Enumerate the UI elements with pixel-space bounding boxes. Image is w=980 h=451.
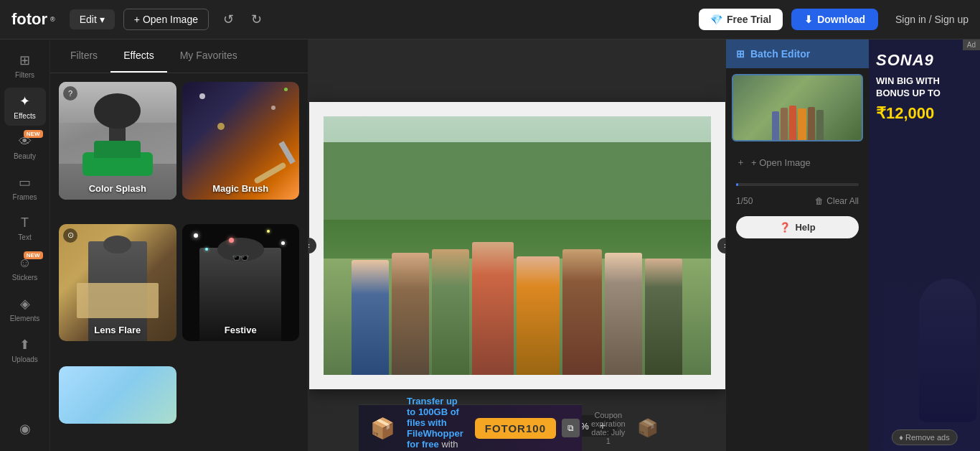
info-icon2: ⊙	[63, 228, 77, 243]
ad-content: SONA9 WIN BIG WITH BONUS UP TO ₹12,000	[869, 39, 980, 130]
sidebar-item-label: Elements	[10, 315, 40, 322]
ad-banner-icon: 📦	[370, 417, 395, 440]
sidebar-item-filters[interactable]: ⊞ Filters	[4, 47, 46, 85]
effect-label: Color Splash	[59, 183, 176, 194]
ad-banner-text: Transfer up to 100GB of files with FileW…	[407, 396, 463, 451]
sidebar-item-beauty[interactable]: NEW 👁 Beauty	[4, 129, 46, 166]
sidebar-item-elements[interactable]: ◈ Elements	[4, 290, 46, 328]
sidebar-item-effects[interactable]: ✦ Effects	[4, 88, 46, 126]
effect-label: Magic Brush	[182, 183, 300, 194]
progress-fraction: 1/50	[736, 196, 753, 206]
ad-right-decoration: 📦	[637, 418, 659, 438]
effects-icon: ✦	[19, 93, 30, 109]
sidebar-item-label: Beauty	[14, 152, 36, 160]
new-badge: NEW	[24, 130, 43, 138]
ad-copy-button[interactable]: ⧉	[562, 419, 580, 437]
canvas-wrapper	[309, 102, 725, 389]
sona-logo: SONA9	[876, 51, 973, 70]
trash-icon: 🗑	[815, 196, 824, 206]
sidebar-item-text[interactable]: T Text	[4, 210, 46, 247]
info-icon: ?	[63, 86, 77, 101]
tab-my-favorites[interactable]: My Favorites	[167, 39, 250, 73]
help-icon: ❓	[779, 222, 791, 233]
free-trial-button[interactable]: 💎 Free Trial	[699, 9, 783, 30]
ad-title-highlight: Transfer up to 100GB of files with	[407, 396, 459, 428]
progress-bar-fill	[736, 183, 738, 186]
filters-icon: ⊞	[19, 52, 30, 68]
sona-tagline: WIN BIG WITH BONUS UP TO	[876, 75, 973, 100]
batch-editor-button[interactable]: ⊞ Batch Editor	[726, 39, 869, 68]
icon-sidebar: ⊞ Filters ✦ Effects NEW 👁 Beauty ▭ Frame…	[0, 39, 50, 451]
frames-icon: ▭	[19, 175, 31, 190]
tab-effects[interactable]: Effects	[110, 39, 167, 73]
remove-ads-button[interactable]: ♦ Remove ads	[891, 429, 957, 445]
new-badge-stickers: NEW	[24, 251, 43, 259]
thumbnail-image	[733, 75, 862, 140]
uploads-icon: ⬆	[19, 337, 30, 353]
help-button[interactable]: ❓ Help	[736, 216, 859, 238]
logo-text: fotor	[11, 10, 47, 29]
sidebar-item-label: Frames	[13, 193, 37, 201]
sidebar-item-label: Effects	[14, 112, 35, 120]
effect-lens-flare[interactable]: ⊙ Lens Flare	[59, 224, 176, 342]
progress-bar-container	[726, 177, 869, 192]
sidebar-item-account[interactable]: ◉	[4, 415, 46, 444]
sidebar-item-label: Text	[18, 233, 31, 241]
topbar: fotor ® Edit ▾ + Open Image ↺ ↻ 💎 Free T…	[0, 0, 980, 39]
add-image-button[interactable]: ＋ + Open Image	[726, 147, 869, 177]
ad-banner: 📦 Transfer up to 100GB of files with Fil…	[359, 404, 582, 451]
app-logo: fotor ®	[11, 10, 55, 29]
right-ad-panel: Ad SONA9 WIN BIG WITH BONUS UP TO ₹12,00…	[869, 39, 980, 451]
panel-image-thumbnail[interactable]	[732, 74, 863, 141]
canvas-image	[324, 116, 711, 375]
sidebar-item-frames[interactable]: ▭ Frames	[4, 169, 46, 207]
text-icon: T	[21, 215, 29, 231]
effects-grid: ? Color Splash Magic Brush	[50, 73, 308, 451]
plus-icon: ＋	[736, 156, 745, 169]
effect-partial[interactable]	[59, 366, 176, 424]
undo-button[interactable]: ↺	[217, 9, 240, 30]
ad-expiry-label: Coupon expiration date: July 1	[591, 411, 626, 445]
open-image-button[interactable]: + Open Image	[123, 9, 209, 30]
effect-festive[interactable]: 🕶️ Festive	[182, 224, 300, 342]
account-icon: ◉	[19, 421, 31, 437]
effects-panel: Filters Effects My Favorites	[50, 39, 308, 451]
sidebar-item-label: Stickers	[12, 274, 38, 282]
elements-icon: ◈	[20, 296, 30, 312]
sidebar-item-label: Filters	[15, 71, 34, 79]
right-panel: ⊞ Batch Editor ＋ +	[725, 39, 869, 451]
clear-all-button[interactable]: 🗑 Clear All	[815, 196, 859, 206]
ad-badge: Ad	[963, 39, 980, 50]
ad-coupon-code: FOTOR100	[475, 418, 556, 439]
sidebar-item-label: Uploads	[11, 355, 38, 363]
effect-color-splash[interactable]: ? Color Splash	[59, 82, 176, 200]
canvas-area: ‹ 3000px	[308, 39, 725, 451]
redo-button[interactable]: ↻	[245, 9, 268, 30]
sidebar-item-uploads[interactable]: ⬆ Uploads	[4, 331, 46, 369]
panel-tabs: Filters Effects My Favorites	[50, 39, 308, 73]
download-button[interactable]: ⬇ Download	[791, 9, 878, 30]
progress-bar-track	[736, 183, 859, 186]
undo-redo-group: ↺ ↻	[217, 9, 268, 30]
sona-amount: ₹12,000	[876, 104, 973, 123]
effect-label: Lens Flare	[59, 325, 176, 335]
edit-button[interactable]: Edit ▾	[70, 9, 115, 29]
batch-editor-icon: ⊞	[736, 48, 745, 60]
sidebar-item-stickers[interactable]: NEW ☺ Stickers	[4, 250, 46, 287]
effect-magic-brush[interactable]: Magic Brush	[182, 82, 300, 200]
main-area: ⊞ Filters ✦ Effects NEW 👁 Beauty ▭ Frame…	[0, 39, 980, 451]
signin-link[interactable]: Sign in / Sign up	[895, 14, 969, 25]
logo-superscript: ®	[50, 16, 55, 23]
progress-info: 1/50 🗑 Clear All	[726, 192, 869, 210]
tab-filters[interactable]: Filters	[57, 39, 110, 73]
effect-label: Festive	[182, 325, 300, 335]
